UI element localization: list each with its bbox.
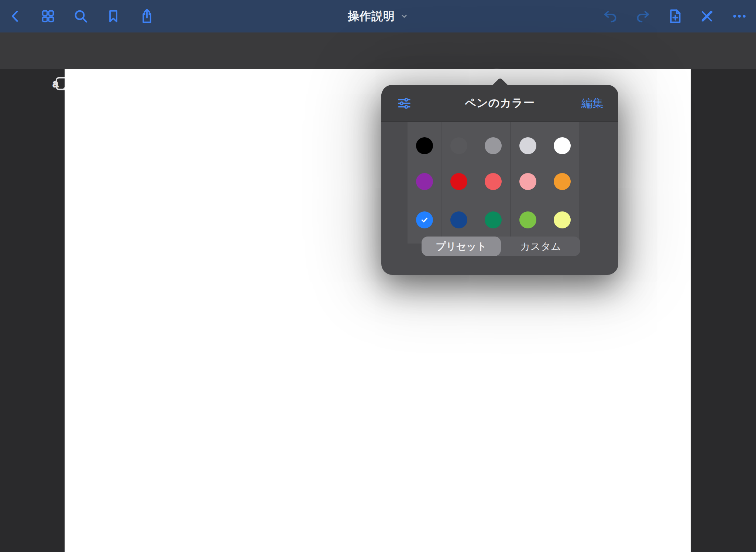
redo-icon: [635, 8, 652, 25]
popup-header: ペンのカラー 編集: [381, 85, 618, 122]
pen-mode-toggle-icon: [698, 8, 715, 25]
svg-text:a: a: [53, 78, 59, 89]
color-swatch-red[interactable]: [450, 173, 467, 190]
app-window: 操作説明: [0, 0, 756, 552]
add-page-icon: [666, 7, 684, 25]
chevron-left-icon: [7, 8, 24, 25]
preset-custom-segmented-control: プリセット カスタム: [422, 237, 580, 256]
back-button[interactable]: [4, 0, 27, 32]
add-page-button[interactable]: [663, 0, 687, 32]
share-icon: [138, 7, 156, 25]
color-swatch-orange[interactable]: [554, 173, 571, 190]
tab-custom[interactable]: カスタム: [501, 237, 580, 256]
redo-button[interactable]: [631, 0, 655, 32]
tab-preset[interactable]: プリセット: [422, 237, 501, 256]
pen-mode-toggle-button[interactable]: [695, 0, 719, 32]
top-navigation-bar: 操作説明: [0, 0, 756, 32]
color-swatch-white[interactable]: [554, 137, 571, 154]
share-button[interactable]: [135, 0, 159, 32]
color-swatch-pink[interactable]: [519, 173, 536, 190]
color-swatch-blue[interactable]: [416, 211, 433, 228]
search-button[interactable]: [69, 0, 93, 32]
bookmark-button[interactable]: [102, 0, 125, 32]
undo-icon: [602, 8, 619, 25]
color-swatch-navy[interactable]: [450, 211, 467, 228]
page-title[interactable]: 操作説明: [348, 8, 395, 24]
color-swatch-yellow[interactable]: [554, 211, 571, 228]
color-grid: [381, 122, 618, 244]
more-button[interactable]: [728, 0, 751, 32]
popup-footer: プリセット カスタム: [381, 244, 618, 275]
pen-color-popup: ペンのカラー 編集 プリセット カスタム: [381, 85, 618, 275]
color-swatch-light-gray[interactable]: [519, 137, 536, 154]
more-icon: [731, 8, 748, 25]
chevron-down-icon: [400, 12, 408, 20]
undo-button[interactable]: [598, 0, 622, 32]
color-swatch-dark-gray[interactable]: [450, 137, 467, 154]
color-swatch-gray[interactable]: [485, 137, 502, 154]
edit-colors-button[interactable]: 編集: [579, 85, 606, 122]
tools-toolbar: a: [0, 32, 756, 69]
pen-settings-button[interactable]: [393, 85, 415, 122]
color-swatch-black[interactable]: [416, 137, 433, 154]
grid-view-icon: [39, 8, 56, 25]
sliders-icon: [396, 95, 412, 111]
bookmark-icon: [105, 8, 121, 24]
color-swatch-coral[interactable]: [485, 173, 502, 190]
thumbnails-button[interactable]: [36, 0, 60, 32]
color-swatch-light-green[interactable]: [519, 211, 536, 228]
search-icon: [72, 7, 90, 25]
color-swatch-purple[interactable]: [416, 173, 433, 190]
color-swatch-green[interactable]: [485, 211, 502, 228]
